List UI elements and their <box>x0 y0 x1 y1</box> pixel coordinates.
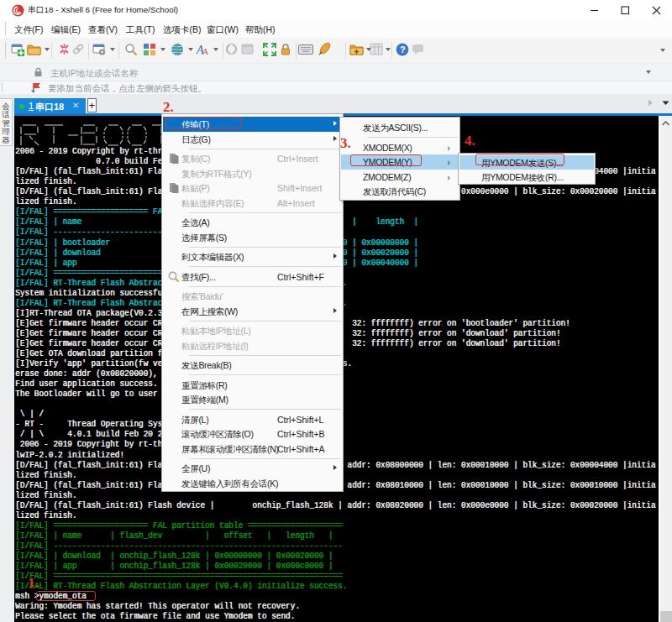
svg-text:A: A <box>202 47 209 56</box>
svg-text:?: ? <box>400 44 406 55</box>
